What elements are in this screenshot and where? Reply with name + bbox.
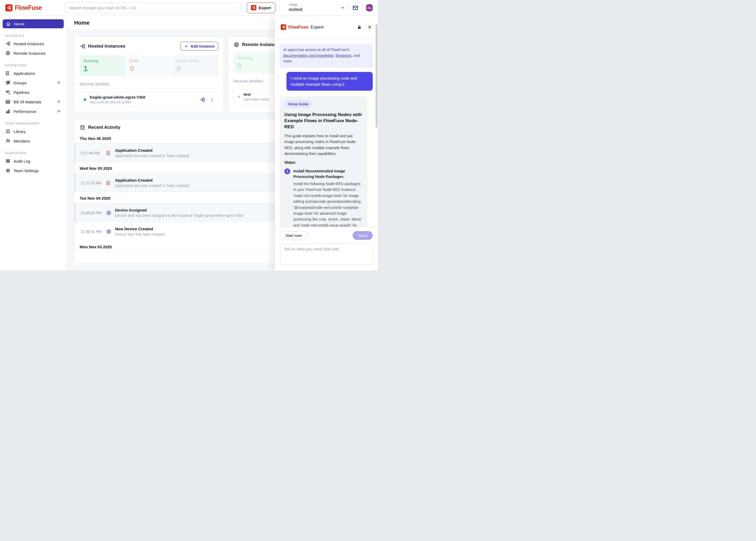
activity-row: 2:27:44 PM Application Created Applicati… <box>74 144 279 162</box>
card-title: Hosted Instances <box>88 44 125 49</box>
stat-label: Error <box>130 58 168 63</box>
activity-title: Application Created <box>115 148 189 153</box>
expert-button[interactable]: Expert <box>247 2 275 13</box>
team-dropdown[interactable]: TEAM: asdasd <box>289 3 345 12</box>
blogposts-link[interactable]: blogposts <box>336 53 352 58</box>
sidebar-item-applications[interactable]: Applications <box>3 69 64 78</box>
sidebar-item-pipelines[interactable]: Pipelines <box>3 88 64 97</box>
remote-instances-icon <box>5 51 11 56</box>
app-window: FlowFuse Expert TEAM: asdasd da <box>0 0 378 270</box>
sidebar-item-home[interactable]: Home <box>3 19 64 28</box>
expert-flowfuse-icon <box>251 5 256 10</box>
close-icon[interactable] <box>367 25 372 30</box>
pipelines-icon <box>5 90 11 95</box>
sidebar-item-label: Library <box>13 129 26 134</box>
flowfuse-logo[interactable]: FlowFuse <box>5 4 42 11</box>
notice-text: AI agent has access to all of FlowFuse's <box>283 48 349 52</box>
database-icon <box>80 125 85 130</box>
sidebar-item-performance[interactable]: Performance <box>3 107 64 116</box>
sidebar-item-hosted-instances[interactable]: Hosted Instances <box>3 39 64 48</box>
setup-guide-badge: Setup Guide <box>284 100 312 108</box>
activity-title: Application Created <box>115 178 189 183</box>
activity-row: 11:06:52 PM Device Assigned Device 'test… <box>74 203 279 222</box>
start-over-button[interactable]: Start over <box>280 231 308 240</box>
activity-date: Thu Nov 06 2025 <box>74 133 279 143</box>
activity-title: New Device Created <box>115 227 166 231</box>
activity-title: Device Assigned <box>115 208 245 212</box>
stat-value: 0 <box>130 64 168 73</box>
activity-date: Wed Nov 05 2025 <box>74 162 279 173</box>
sidebar-item-label: Team Settings <box>13 169 39 173</box>
user-message: I need an image processing node and mult… <box>287 72 373 91</box>
sidebar-item-label: Applications <box>13 71 35 76</box>
send-button[interactable]: Send <box>353 231 373 240</box>
sidebar-item-label: Members <box>13 139 30 143</box>
instance-url[interactable]: http://100.80.244.55:12080 <box>90 100 145 104</box>
step-body: Install the following Node-RED packages … <box>293 181 363 227</box>
sidebar-item-label: Bill Of Materials <box>13 100 41 104</box>
team-name: asdasd <box>289 7 303 12</box>
stat-error: Error 0 <box>126 55 172 76</box>
unlock-icon[interactable] <box>357 25 362 30</box>
activity-date: Mon Nov 03 2025 <box>74 241 279 252</box>
plus-icon <box>184 44 188 48</box>
stat-label: Running <box>237 56 277 60</box>
mail-icon[interactable] <box>352 5 359 11</box>
search-input[interactable] <box>65 2 241 13</box>
hosted-instances-icon <box>80 43 85 49</box>
instance-row[interactable]: fragile-great-white-egret-7450 http://10… <box>80 92 218 107</box>
sidebar-item-label: Home <box>14 22 24 26</box>
guide-intro: This guide explains how to install and u… <box>284 133 363 157</box>
scrollbar-thumb[interactable] <box>376 24 378 128</box>
home-icon <box>6 21 11 26</box>
notice-text: , <box>334 53 336 58</box>
stat-running: Running 0 <box>234 52 280 73</box>
add-instance-button[interactable]: Add Instance <box>180 42 218 51</box>
guide-step: 1 Install Recommended Image Processing N… <box>284 169 363 227</box>
expert-title: Expert <box>311 25 324 30</box>
user-avatar[interactable]: da <box>366 4 373 11</box>
kebab-menu-icon[interactable] <box>210 97 214 102</box>
expert-panel-header: FlowFuse Expert <box>275 16 378 39</box>
open-instance-icon[interactable] <box>200 97 205 103</box>
stat-value: 0 <box>237 61 277 70</box>
library-icon <box>5 129 11 134</box>
groups-icon <box>5 80 11 85</box>
sidebar-item-bill-of-materials[interactable]: Bill Of Materials <box>3 97 64 107</box>
recently-modified-label: Recently Modified <box>80 82 218 89</box>
gear-icon <box>5 168 11 173</box>
stat-value: 0 <box>176 64 215 73</box>
chevron-down-icon <box>341 6 345 10</box>
hosted-instances-card: Hosted Instances Add Instance Running 1 <box>74 36 224 113</box>
expert-messages: AI agent has access to all of FlowFuse's… <box>275 39 378 227</box>
activity-detail: Application test was created in Team 'as… <box>115 184 189 188</box>
activity-row: 11:06:51 PM New Device Created Device 't… <box>74 222 279 241</box>
card-title: Recent Activity <box>88 125 120 130</box>
divider <box>362 4 363 12</box>
stat-value: 1 <box>83 64 122 73</box>
sparkles-icon <box>56 99 61 104</box>
stat-label: Not Running <box>176 58 215 63</box>
chat-input[interactable] <box>280 243 373 265</box>
activity-date: Tue Nov 04 2025 <box>74 192 279 203</box>
audit-log-icon <box>5 158 11 164</box>
device-icon <box>106 229 111 234</box>
activity-detail: Application test was created in Team 'as… <box>115 154 189 158</box>
sidebar-item-audit-log[interactable]: Audit Log <box>3 156 64 166</box>
sidebar-item-library[interactable]: Library <box>3 127 64 136</box>
activity-detail: Device 'test' has been assigned to the I… <box>115 214 245 218</box>
top-navbar: FlowFuse Expert TEAM: asdasd da <box>0 0 378 16</box>
sidebar-section-team-management: TEAM MANAGEMENT <box>5 122 62 125</box>
sidebar-item-members[interactable]: Members <box>3 136 64 146</box>
sidebar-item-label: Groups <box>13 81 26 85</box>
sidebar-section-operations: OPERATIONS <box>5 64 62 67</box>
flowfuse-logo-icon <box>5 4 12 11</box>
documentation-link[interactable]: documentation and knowledge <box>283 53 334 58</box>
sidebar-item-remote-instances[interactable]: Remote Instances <box>3 48 64 58</box>
sidebar: Home INSTANCES Hosted Instances Remote I… <box>0 16 67 270</box>
sidebar-item-groups[interactable]: Groups <box>3 78 64 88</box>
performance-icon <box>5 109 11 114</box>
ai-access-notice: AI agent has access to all of FlowFuse's… <box>280 44 373 68</box>
activity-time: 11:21:37 AM <box>81 181 106 185</box>
sidebar-item-team-settings[interactable]: Team Settings <box>3 166 64 175</box>
